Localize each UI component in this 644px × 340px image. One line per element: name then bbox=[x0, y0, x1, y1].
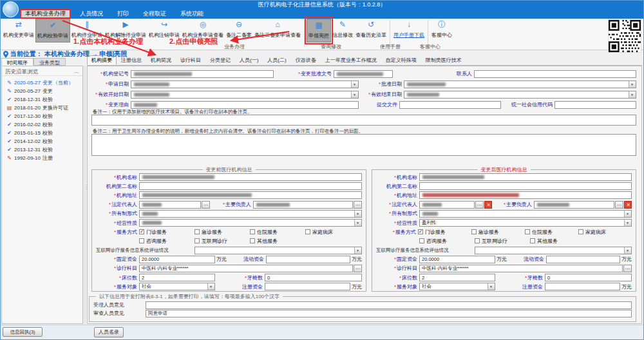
ownership-field[interactable] bbox=[139, 210, 362, 218]
valid-start-field[interactable] bbox=[131, 91, 359, 99]
checkbox-icon[interactable] bbox=[475, 238, 480, 243]
service-option[interactable]: 住院服务 bbox=[250, 229, 305, 236]
menu-item-org-business[interactable]: 本机构业务办理 bbox=[20, 9, 71, 19]
beds-field[interactable]: 2 bbox=[139, 274, 215, 281]
tab-last-year-overview[interactable]: 上一年度业务工作概况 bbox=[321, 55, 381, 65]
history-item[interactable]: 2018-12-31校验 bbox=[2, 95, 82, 104]
checkbox-checked-icon[interactable] bbox=[418, 229, 423, 234]
dropdown-icon[interactable] bbox=[351, 81, 358, 88]
second-name-field[interactable] bbox=[139, 182, 362, 190]
tab-equipment[interactable]: 仪器设备 bbox=[291, 55, 321, 65]
menu-item-personnel[interactable]: 人员情况 bbox=[75, 10, 108, 18]
service-option[interactable]: 咨询服务 bbox=[139, 238, 194, 245]
toolbar-button-org-verify-apply[interactable]: 机构校验申请 bbox=[35, 19, 70, 42]
valid-end-field[interactable] bbox=[404, 91, 636, 99]
toolbar-button-license-claim[interactable]: 申领亮照 bbox=[307, 19, 331, 42]
checkbox-icon[interactable] bbox=[194, 238, 200, 243]
toolbar-button-org-change-apply[interactable]: 机构变更申请 bbox=[2, 19, 35, 42]
checkbox-icon[interactable] bbox=[305, 229, 310, 234]
checkbox-icon[interactable] bbox=[419, 238, 424, 243]
dropdown-icon[interactable] bbox=[624, 247, 631, 254]
history-item[interactable]: 2016-02-02校验 bbox=[2, 120, 82, 129]
menu-item-evidence[interactable]: 全程取证 bbox=[138, 10, 171, 18]
apply-date-field[interactable] bbox=[131, 80, 359, 88]
dropdown-icon[interactable] bbox=[624, 220, 631, 226]
ellipsis-button[interactable] bbox=[623, 265, 632, 272]
checkbox-icon[interactable] bbox=[471, 229, 477, 234]
note1-textarea[interactable] bbox=[91, 115, 636, 126]
acceptor-opinion-field[interactable] bbox=[146, 301, 632, 309]
tab-clinical-subjects[interactable]: 诊疗科目 bbox=[176, 55, 205, 65]
service-option[interactable]: 家庭病床 bbox=[578, 229, 632, 236]
subjects-field[interactable]: 中医科·内科专业****** bbox=[139, 265, 353, 272]
ellipsis-button[interactable] bbox=[354, 201, 362, 209]
ellipsis-button[interactable] bbox=[202, 201, 210, 209]
note2-textarea[interactable] bbox=[91, 134, 636, 156]
chairs-field[interactable]: 0 bbox=[265, 274, 362, 281]
dropdown-icon[interactable] bbox=[354, 247, 361, 254]
checkbox-checked-icon[interactable] bbox=[139, 229, 144, 234]
checkbox-icon[interactable] bbox=[525, 229, 530, 234]
dropdown-icon[interactable] bbox=[629, 81, 636, 88]
principal-field[interactable] bbox=[253, 201, 353, 209]
tab-time-order[interactable]: 时间顺序 bbox=[1, 58, 33, 66]
service-option[interactable]: 互联网诊疗 bbox=[475, 238, 530, 245]
tab-custom-items[interactable]: 自定义特殊项 bbox=[381, 55, 421, 65]
toolbar-button-service-center[interactable]: 客服中心 bbox=[430, 19, 453, 42]
nature-field[interactable]: 盈利性 bbox=[419, 219, 632, 227]
org-name-field[interactable] bbox=[419, 173, 632, 181]
ellipsis-button[interactable] bbox=[475, 201, 484, 209]
history-item[interactable]: 2013-12-31校验 bbox=[2, 146, 82, 154]
history-item[interactable]: 2020-05-27变更（当前） bbox=[2, 79, 82, 87]
second-name-field[interactable] bbox=[419, 182, 632, 190]
submit-file-field[interactable] bbox=[399, 101, 501, 109]
liquid-fund-field[interactable] bbox=[546, 256, 620, 263]
clear-button[interactable] bbox=[624, 201, 632, 209]
toolbar-button-note2-filing[interactable]: 备注二备案 bbox=[225, 19, 253, 42]
tab-business-type[interactable]: 业务类型 bbox=[33, 58, 66, 66]
service-option[interactable]: 互联网诊疗 bbox=[194, 238, 250, 245]
service-option[interactable]: 急诊服务 bbox=[194, 229, 250, 236]
org-addr-field[interactable] bbox=[139, 191, 362, 199]
tab-personnel-1[interactable]: 人员(一) bbox=[235, 55, 263, 65]
dropdown-icon[interactable] bbox=[488, 283, 495, 290]
person-list-button[interactable]: 人员名录 bbox=[94, 327, 124, 337]
beds-field[interactable]: 2 bbox=[419, 274, 495, 281]
dropdown-icon[interactable] bbox=[354, 220, 361, 226]
regfund-field[interactable] bbox=[545, 283, 620, 290]
clear-button[interactable] bbox=[484, 201, 492, 209]
internet-eval-field[interactable] bbox=[475, 247, 632, 254]
regfund-field[interactable] bbox=[265, 283, 350, 290]
checkbox-icon[interactable] bbox=[139, 238, 144, 243]
target-field[interactable]: 社会 bbox=[139, 283, 215, 290]
reviewer-opinion-field[interactable]: 同意申请 bbox=[146, 310, 632, 317]
dropdown-icon[interactable] bbox=[354, 211, 361, 217]
dropdown-icon[interactable] bbox=[207, 283, 214, 290]
dropdown-icon[interactable] bbox=[351, 91, 358, 98]
toolbar-button-history-view[interactable]: 查看历史沿革 bbox=[354, 19, 388, 42]
info-receipt-button[interactable]: 信息回执(3) bbox=[3, 327, 43, 337]
liquid-fund-field[interactable] bbox=[266, 256, 350, 263]
service-option[interactable]: 家庭病床 bbox=[305, 229, 361, 236]
principal-field[interactable] bbox=[534, 201, 614, 209]
ellipsis-button[interactable] bbox=[354, 265, 362, 272]
service-option[interactable]: 咨询服务 bbox=[419, 238, 475, 245]
history-item[interactable]: 2020-05-27变更 bbox=[2, 87, 82, 95]
menu-item-system[interactable]: 系统功能 bbox=[175, 10, 209, 18]
tab-org-profile[interactable]: 机构简况 bbox=[146, 55, 176, 65]
service-option[interactable]: 其他服务 bbox=[530, 238, 585, 245]
checkbox-icon[interactable] bbox=[530, 238, 535, 243]
legal-rep-field[interactable] bbox=[139, 201, 201, 209]
history-item[interactable]: 2017-12-30校验 bbox=[2, 112, 82, 120]
approval-no-field[interactable] bbox=[334, 70, 393, 78]
contact-field[interactable] bbox=[474, 70, 636, 78]
service-option[interactable]: 门诊服务 bbox=[139, 229, 194, 236]
subjects-field[interactable]: 中医科·内科专业****** bbox=[419, 265, 623, 272]
fixed-fund-field[interactable]: 20.0000 bbox=[139, 256, 215, 263]
fixed-fund-field[interactable]: 20.0000 bbox=[419, 256, 495, 263]
internet-eval-field[interactable] bbox=[194, 247, 362, 254]
history-item[interactable]: 1992-09-10注册 bbox=[2, 154, 82, 162]
toolbar-button-info-modify[interactable]: 信息修改 bbox=[331, 19, 354, 42]
service-option[interactable]: 其他服务 bbox=[250, 238, 305, 245]
tab-classification[interactable]: 分类登记 bbox=[205, 55, 235, 65]
